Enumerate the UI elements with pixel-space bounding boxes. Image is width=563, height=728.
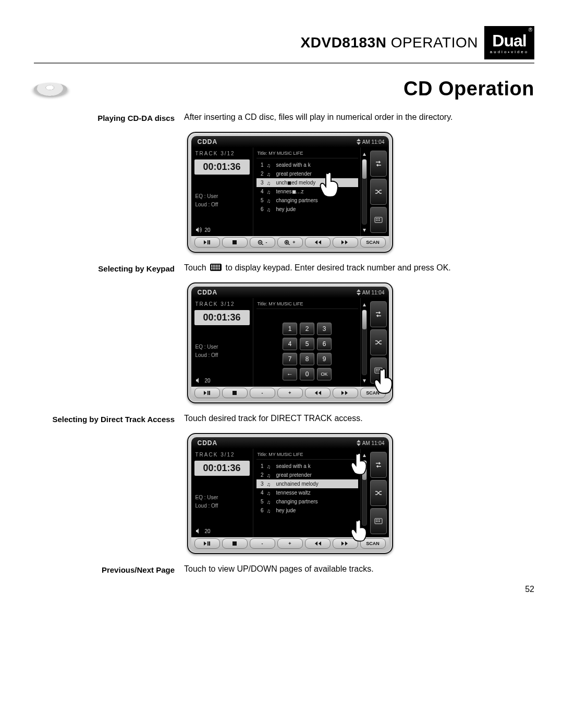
music-note-icon: ♫ (267, 482, 273, 487)
track-list[interactable]: 1♫sealed with a k2♫great pretender3♫unch… (256, 161, 358, 214)
forward-button[interactable] (333, 538, 358, 549)
forward-button[interactable] (333, 237, 358, 248)
shuffle-button[interactable] (370, 179, 387, 205)
track-name: great pretender (276, 472, 356, 478)
svg-rect-29 (377, 520, 378, 521)
music-note-icon: ♫ (267, 189, 273, 194)
track-row[interactable]: 2♫great pretender (256, 471, 358, 479)
track-row[interactable]: 4♫tennesse waltz (256, 488, 358, 497)
repeat-button[interactable] (370, 301, 387, 327)
keypad-button[interactable] (370, 207, 387, 233)
track-scrollbar[interactable]: ▴ ▾ (361, 449, 368, 537)
music-note-icon: ♫ (267, 490, 273, 496)
track-name: great pretender (276, 171, 356, 177)
repeat-button[interactable] (370, 452, 387, 478)
svg-rect-30 (379, 520, 380, 521)
keypad-button[interactable] (370, 508, 387, 534)
rewind-button[interactable] (305, 237, 331, 248)
music-note-icon: ♫ (267, 163, 273, 168)
track-row[interactable]: 5♫changing partners (256, 497, 358, 506)
key-ok[interactable]: OK (317, 368, 332, 380)
key-5[interactable]: 5 (300, 338, 314, 350)
device-screenshot-3: CDDA AM 11:04 TRACK 3/12 00:01:36 EQ : U… (187, 433, 393, 554)
eq-status: EQ : User (195, 192, 249, 201)
scroll-down-icon[interactable]: ▾ (362, 377, 367, 384)
key-8[interactable]: 8 (300, 353, 314, 365)
track-row[interactable]: 1♫sealed with a k (256, 161, 358, 169)
svg-rect-22 (377, 371, 378, 372)
svg-rect-9 (232, 240, 237, 244)
track-scrollbar[interactable]: ▴ ▾ (361, 298, 368, 387)
key-0[interactable]: 0 (300, 368, 314, 380)
numeric-keypad[interactable]: 123456789←0OK (283, 323, 332, 380)
scroll-down-icon[interactable]: ▾ (362, 227, 367, 233)
bluetooth-icon (355, 440, 359, 446)
forward-button[interactable] (333, 388, 358, 398)
keypad-button[interactable] (370, 357, 387, 384)
track-name: tennes◼…z (276, 189, 356, 194)
track-name: sealed with a k (276, 463, 356, 469)
loud-status: Loud : Off (195, 201, 249, 209)
track-number: 6 (259, 206, 264, 212)
key-7[interactable]: 7 (283, 353, 297, 365)
svg-rect-6 (379, 220, 380, 221)
track-row[interactable]: 3♫unch◼ed melody (256, 178, 358, 187)
elapsed-time: 00:01:36 (194, 461, 250, 476)
label-direct: Selecting by Direct Track Access (45, 414, 175, 424)
track-row[interactable]: 2♫great pretender (256, 169, 358, 178)
rewind-button[interactable] (305, 538, 331, 549)
key-4[interactable]: 4 (283, 338, 297, 350)
key-9[interactable]: 9 (317, 353, 332, 365)
play-pause-button[interactable] (194, 538, 220, 549)
scan-button[interactable]: SCAN (360, 388, 386, 398)
key-3[interactable]: 3 (317, 323, 332, 335)
scroll-up-icon[interactable]: ▴ (362, 301, 367, 307)
scroll-up-icon[interactable]: ▴ (362, 151, 367, 157)
loud-status: Loud : Off (195, 351, 249, 360)
stop-button[interactable] (222, 237, 248, 248)
scan-button[interactable]: SCAN (360, 538, 386, 549)
track-number: 2 (259, 472, 264, 478)
track-scrollbar[interactable]: ▴ ▾ (361, 147, 368, 236)
label-prevnext: Previous/Next Page (45, 564, 175, 574)
svg-line-14 (288, 244, 290, 245)
svg-line-11 (262, 244, 263, 245)
svg-rect-2 (377, 218, 378, 219)
track-row[interactable]: 6♫hey jude (256, 506, 358, 515)
zoom-out-button[interactable]: - (250, 237, 275, 248)
key-1[interactable]: 1 (283, 323, 297, 335)
track-row[interactable]: 1♫sealed with a k (256, 462, 358, 471)
scroll-down-icon[interactable]: ▾ (362, 528, 367, 534)
play-pause-button[interactable] (194, 237, 220, 248)
zoom-in-button[interactable]: + (277, 538, 303, 549)
zoom-out-button[interactable]: - (250, 538, 275, 549)
shuffle-button[interactable] (370, 329, 387, 355)
zoom-in-button[interactable]: + (277, 388, 303, 398)
elapsed-time: 00:01:36 (194, 159, 250, 175)
zoom-out-button[interactable]: - (250, 388, 275, 398)
track-row[interactable]: 6♫hey jude (256, 205, 358, 214)
track-row[interactable]: 5♫changing partners (256, 196, 358, 205)
stop-button[interactable] (222, 388, 248, 398)
key-6[interactable]: 6 (317, 338, 332, 350)
track-row[interactable]: 3♫unchained melody (256, 479, 358, 488)
text-keypad: Touch to display keypad. Enter desired t… (184, 263, 534, 273)
key-backspace[interactable]: ← (283, 368, 297, 380)
brand-sub: audio•video (490, 50, 529, 54)
svg-rect-1 (376, 218, 377, 219)
svg-rect-4 (376, 220, 377, 221)
scan-button[interactable]: SCAN (360, 237, 386, 248)
track-row[interactable]: 4♫tennes◼…z (256, 187, 358, 196)
track-list[interactable]: 1♫sealed with a k2♫great pretender3♫unch… (256, 462, 358, 515)
repeat-button[interactable] (370, 151, 387, 177)
stop-button[interactable] (222, 538, 248, 549)
play-pause-button[interactable] (194, 388, 220, 398)
page-header: XDVD8183N OPERATION (301, 34, 478, 51)
volume-level: 20 (205, 378, 211, 384)
shuffle-button[interactable] (370, 480, 387, 506)
rewind-button[interactable] (305, 388, 331, 398)
scroll-up-icon[interactable]: ▴ (362, 452, 367, 458)
key-2[interactable]: 2 (300, 323, 314, 335)
zoom-in-button[interactable]: + (277, 237, 303, 248)
track-name: unch◼ed melody (276, 180, 356, 186)
